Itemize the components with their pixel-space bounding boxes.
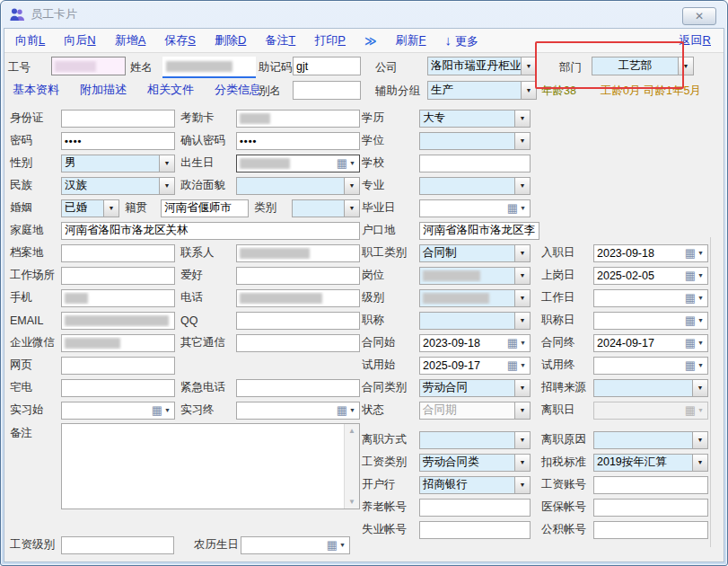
resignation-method-field[interactable]: ▼ — [419, 431, 531, 449]
contract-end-field[interactable]: 2024-09-17▦▼ — [593, 334, 708, 352]
toolbar-note-button[interactable]: 备注T — [265, 32, 295, 49]
id-card-field[interactable] — [61, 110, 175, 128]
dropdown-button[interactable]: ▼ — [514, 111, 530, 127]
emergency-phone-field[interactable] — [236, 379, 360, 397]
dropdown-button[interactable]: ▼ — [159, 178, 174, 194]
email-field[interactable] — [61, 312, 175, 330]
dropdown-button[interactable]: ▼ — [514, 477, 530, 493]
unemployment-account-field[interactable] — [419, 521, 531, 539]
mobile-field[interactable] — [61, 289, 175, 307]
ethnicity-field[interactable]: 汉族▼ — [61, 177, 175, 195]
close-icon[interactable]: ✕ — [682, 7, 716, 25]
contract-start-field[interactable]: 2023-09-18▦▼ — [419, 334, 531, 352]
pension-account-field[interactable] — [419, 499, 531, 517]
job-title-field[interactable]: ▼ — [419, 312, 531, 330]
birth-date-field[interactable]: ▦▼ — [236, 155, 360, 172]
hire-date-field[interactable]: 2023-09-18▦▼ — [593, 244, 708, 262]
dropdown-button[interactable]: ▼ — [514, 245, 530, 261]
tab-extra-desc[interactable]: 附加描述 — [80, 82, 127, 98]
toolbar-return-button[interactable]: 返回R — [680, 32, 711, 49]
home-address-field[interactable]: 河南省洛阳市洛龙区关林 — [61, 222, 360, 240]
onboard-date-field[interactable]: 2025-02-05▦▼ — [593, 267, 708, 285]
toolbar-more-button[interactable]: ↓更多 — [445, 32, 479, 49]
resignation-reason-field[interactable]: ▼ — [593, 431, 708, 449]
emp-no-field[interactable] — [51, 57, 126, 75]
salary-category-field[interactable]: 劳动合同类▼ — [419, 454, 531, 472]
dropdown-button[interactable]: ▼ — [521, 57, 536, 75]
home-phone-field[interactable] — [61, 379, 175, 397]
dropdown-button[interactable]: ▼ — [514, 380, 530, 396]
work-date-field[interactable]: ▦▼ — [593, 289, 708, 307]
alias-field[interactable] — [293, 81, 361, 100]
dropdown-button[interactable]: ▼ — [514, 178, 530, 194]
tab-category-info[interactable]: 分类信息 — [215, 82, 261, 98]
dropdown-button[interactable]: ▼ — [514, 268, 530, 284]
contact-person-field[interactable] — [236, 244, 360, 262]
probation-end-field[interactable]: ▦▼ — [593, 357, 708, 375]
gender-field[interactable]: 男▼ — [61, 155, 175, 172]
toolbar-refresh-button[interactable]: 刷新F — [396, 32, 426, 49]
political-status-field[interactable]: ▼ — [236, 177, 360, 195]
dropdown-button[interactable]: ▼ — [514, 402, 530, 419]
medical-account-field[interactable] — [593, 499, 708, 517]
internship-start-field[interactable]: ▦▼ — [61, 402, 175, 420]
tab-basic-info[interactable]: 基本资料 — [13, 82, 59, 98]
dropdown-button[interactable]: ▼ — [692, 380, 707, 396]
aux-group-select[interactable]: 生产 ▼ — [427, 81, 537, 100]
hobby-field[interactable] — [236, 267, 360, 285]
recruitment-source-field[interactable]: ▼ — [593, 379, 708, 397]
confirm-password-field[interactable]: •••• — [236, 132, 360, 150]
education-field[interactable]: 大专▼ — [419, 110, 531, 128]
native-place-field[interactable]: 河南省偃师市 — [161, 199, 249, 217]
expand-icon[interactable]: ≫ — [364, 34, 377, 48]
dropdown-button[interactable]: ▼ — [514, 313, 530, 329]
title-date-field[interactable]: ▦▼ — [593, 312, 708, 330]
toolbar-delete-button[interactable]: 删除D — [215, 32, 246, 49]
qq-field[interactable] — [236, 312, 360, 330]
grade-level-field[interactable]: ▼ — [419, 289, 531, 307]
scrollbar[interactable]: ▲▼ — [344, 424, 359, 509]
graduation-date-field[interactable]: ▦▼ — [419, 199, 531, 217]
dropdown-button[interactable]: ▼ — [514, 455, 530, 471]
marital-status-field[interactable]: 已婚▼ — [61, 199, 119, 217]
scroll-down-icon[interactable]: ▼ — [345, 495, 359, 509]
mnemonic-field[interactable]: gjt — [293, 57, 361, 75]
post-field[interactable]: ▼ — [419, 267, 531, 285]
dropdown-button[interactable]: ▼ — [521, 82, 536, 99]
dropdown-button[interactable]: ▼ — [678, 57, 693, 75]
department-select[interactable]: 工艺部 ▼ — [592, 57, 694, 75]
housing-fund-account-field[interactable] — [593, 521, 708, 539]
school-field[interactable] — [419, 155, 531, 172]
bank-field[interactable]: 招商银行▼ — [419, 476, 531, 494]
resignation-date-field[interactable]: ▦▼ — [593, 402, 708, 420]
wecom-field[interactable] — [61, 334, 175, 352]
internship-end-field[interactable]: ▦▼ — [236, 402, 360, 420]
dropdown-button[interactable]: ▼ — [514, 432, 530, 448]
remarks-textarea[interactable]: ▲▼ — [61, 423, 360, 509]
workplace-field[interactable] — [61, 267, 175, 285]
dropdown-button[interactable]: ▼ — [344, 200, 359, 217]
webpage-field[interactable] — [61, 357, 175, 375]
employee-category-field[interactable]: 合同制▼ — [419, 244, 531, 262]
password-field[interactable]: •••• — [61, 132, 175, 150]
dropdown-button[interactable]: ▼ — [514, 290, 530, 306]
dropdown-button[interactable]: ▼ — [344, 178, 359, 194]
scroll-up-icon[interactable]: ▲ — [345, 424, 359, 438]
tax-standard-field[interactable]: 2019按年汇算▼ — [593, 454, 708, 472]
toolbar-save-button[interactable]: 保存S — [164, 32, 196, 49]
other-contact-field[interactable] — [236, 334, 360, 352]
toolbar-add-button[interactable]: 新增A — [115, 32, 146, 49]
tab-related-files[interactable]: 相关文件 — [147, 82, 194, 98]
attendance-card-field[interactable] — [236, 110, 360, 128]
name-field[interactable] — [162, 57, 256, 78]
toolbar-forward-button[interactable]: 向前L — [15, 32, 45, 49]
degree-field[interactable]: ▼ — [419, 132, 531, 150]
dropdown-button[interactable]: ▼ — [159, 155, 174, 172]
salary-grade-field[interactable] — [61, 536, 174, 554]
salary-account-field[interactable] — [593, 476, 708, 494]
dropdown-button[interactable]: ▼ — [692, 455, 707, 471]
company-select[interactable]: 洛阳市瑞亚丹柜业有 ▼ — [427, 57, 537, 75]
dropdown-button[interactable]: ▼ — [514, 133, 530, 149]
category-field[interactable]: ▼ — [292, 199, 360, 217]
toolbar-backward-button[interactable]: 向后N — [64, 32, 95, 49]
